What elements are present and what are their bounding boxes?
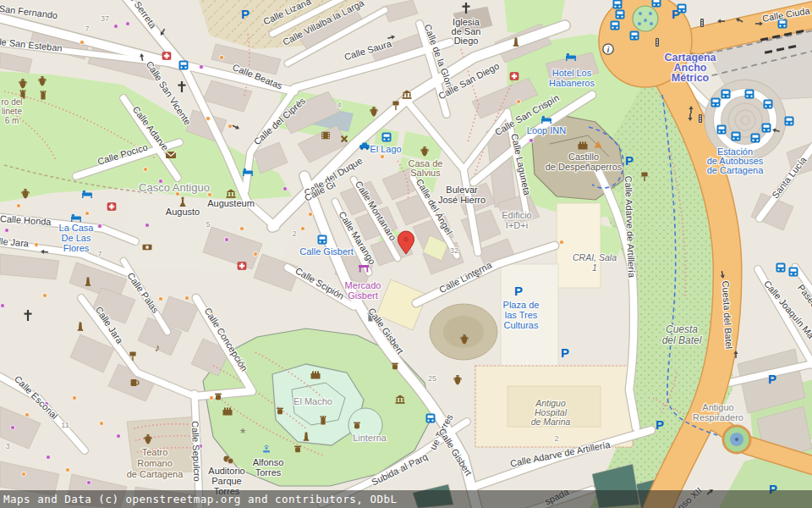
signal-icon [700,19,704,27]
map-label: Linterna [353,433,387,443]
svg-text:P: P [768,372,776,386]
poi-dot [86,480,91,484]
signal-icon [699,114,702,123]
tower-icon [41,91,47,99]
pot-icon [354,422,360,429]
map-label: Calle Sepulcro [190,421,202,482]
parking-icon: P [656,417,664,432]
bus-icon [785,117,794,126]
asterisk-icon: * [240,427,245,441]
mail-icon [166,152,176,158]
bus-icon [382,133,392,142]
pharmacy-icon [510,73,518,80]
bus-icon [789,268,798,277]
bus-icon [611,21,620,30]
map-label: EdificioI+D+i [502,210,531,230]
poi-dot [300,226,304,230]
bank-icon [143,245,152,250]
pot-icon [277,408,283,415]
poi-dot [42,293,47,297]
parking-icon: P [241,7,250,21]
bus-icon [630,31,639,41]
parking-icon: P [768,372,776,386]
poi-dot [72,395,76,400]
map-label: MercadoGisbert [345,280,381,301]
poi-dot [80,40,84,44]
svg-text:P: P [561,345,569,360]
info-icon: i [603,44,613,54]
signal-icon [656,38,659,47]
poi-dot [4,228,8,232]
poi-dot [25,412,29,417]
map-label: 5 [206,220,210,229]
poi-dot [380,154,384,158]
poi-dot [219,55,223,59]
map-label: 11 [61,421,69,429]
poi-dot [308,212,312,216]
map-label: Casco Antiguo [139,181,210,194]
parking-icon: P [561,345,569,360]
poi-dot [116,433,120,438]
bus-icon [426,414,436,423]
poi-dot [199,64,203,69]
poi-dot [145,223,149,227]
poi-dot [143,167,147,171]
map-label: AntiguoHospitalde Marina [531,398,571,427]
map-label: AlfonsoTorres [253,457,284,478]
poi-dot [125,21,129,25]
pharmacy-icon [162,52,171,60]
map-label: El Macho [294,396,332,406]
poi-dot [283,186,287,190]
map-label: Loop INN [527,125,567,135]
map-label: 32 [450,246,458,255]
cinema-icon [321,132,330,139]
bus-icon [751,134,760,143]
tower-icon [321,416,326,424]
poi-dot [206,116,210,120]
map-label: 2 [292,229,296,238]
map-label: 37 [101,14,109,23]
bus-icon [776,263,786,273]
poi-dot [34,242,38,246]
pot-icon [294,446,301,453]
map-label: 7 [97,250,102,258]
pot-icon [215,394,222,400]
poi-dot [228,124,232,128]
poi-dot [253,251,257,256]
map-label: Plaza delas TresCulturas [503,300,540,330]
pharmacy-icon [238,262,246,270]
map-label: Augusteum [207,198,255,208]
poi-dot [184,295,189,300]
bus-icon [721,90,731,99]
map-canvas[interactable]: PPPPPPPPi♪*San Fernandole San Estebane S… [0,0,812,508]
map-label: Casa deSalvius [409,158,443,178]
poi-dot [559,240,563,244]
svg-text:P: P [241,7,250,21]
poi-dot [158,296,162,301]
bus-icon [745,90,754,99]
poi-dot [239,226,244,230]
map-label: La CasaDe LasFlores [59,223,95,253]
castle-icon [579,142,588,150]
map-label: Calle Gisbert [299,246,354,257]
poi-dot [516,99,520,103]
bus-icon [616,10,625,19]
map-viewport[interactable]: PPPPPPPPi♪*San Fernandole San Estebane S… [0,0,812,508]
svg-text:*: * [240,427,245,441]
svg-text:P: P [625,153,634,168]
pot-icon [392,363,398,370]
svg-text:P: P [656,417,664,432]
map-label: Hotel LosHabaneros [549,68,595,88]
pharmacy-icon [107,203,116,211]
poi-dot [529,138,533,142]
poi-dot [21,472,25,476]
map-label: 2 [554,434,558,443]
parking-icon: P [625,153,634,168]
poi-dot [65,467,69,472]
bus-icon [613,0,623,9]
bus-icon [764,100,773,109]
poi-dot [10,425,14,429]
svg-text:P: P [514,284,523,298]
bus-icon [711,98,721,108]
poi-dot [46,455,50,459]
